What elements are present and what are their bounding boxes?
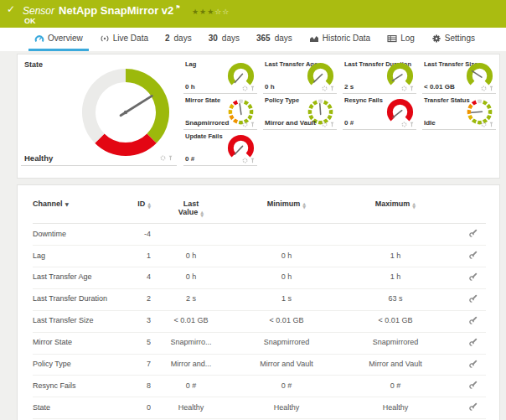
gear-icon[interactable] <box>322 86 328 91</box>
channel-name: Last Transfer Size <box>33 310 121 332</box>
channel-id: 5 <box>121 332 151 354</box>
gauge-tile-last-transfer-size[interactable]: Last Transfer Size < 0.01 GB <box>422 59 496 94</box>
tab-live-data[interactable]: Live Data <box>94 28 154 51</box>
channel-settings-wrench-icon[interactable] <box>469 338 478 349</box>
tab-bar: Overview Live Data 2days 30days 365days … <box>0 28 506 51</box>
channel-settings-wrench-icon[interactable] <box>469 316 478 327</box>
gauge-tile-mirror-state[interactable]: Mirror State Snapmirrored <box>183 95 257 130</box>
channel-last-value: 0 # <box>151 376 231 397</box>
tab-30-days[interactable]: 30days <box>203 28 245 51</box>
gauge-tile-update-fails[interactable]: Update Fails 0 # <box>183 131 257 166</box>
channel-id: -4 <box>121 224 151 246</box>
channel-minimum: 0 h <box>231 246 342 267</box>
column-header-last-value[interactable]: LastValue▲▼ <box>151 195 231 224</box>
tab-overview[interactable]: Overview <box>28 28 89 51</box>
channel-id: 2 <box>121 288 151 310</box>
column-header-maximum[interactable]: Maximum▲▼ <box>342 195 449 224</box>
channel-settings-wrench-icon[interactable] <box>469 402 478 413</box>
gear-icon[interactable] <box>322 122 328 127</box>
channel-settings-wrench-icon[interactable] <box>469 272 478 283</box>
column-header-id[interactable]: ID▲▼ <box>121 195 151 224</box>
pin-icon[interactable] <box>409 86 415 91</box>
gear-icon[interactable] <box>242 122 248 127</box>
gauge-value: 0 # <box>185 155 194 163</box>
channel-last-value: Healthy <box>151 397 231 419</box>
gear-icon[interactable] <box>481 86 487 91</box>
gauge-value: Healthy <box>24 153 53 163</box>
pin-icon[interactable] <box>250 122 256 127</box>
gear-icon[interactable] <box>481 122 487 127</box>
gauge-value: < 0.01 GB <box>424 83 455 91</box>
stars-filled[interactable]: ★★★ <box>192 8 214 16</box>
channel-table-panel: Channel▼ ID▲▼ LastValue▲▼ Minimum▲▼ Maxi… <box>17 184 500 420</box>
stars-empty[interactable]: ☆☆ <box>214 8 230 16</box>
channel-id: 4 <box>121 267 151 288</box>
channel-settings-wrench-icon[interactable] <box>469 381 478 391</box>
channel-settings-wrench-icon[interactable] <box>469 251 478 262</box>
channel-id: 3 <box>121 310 151 332</box>
channel-maximum <box>342 224 449 246</box>
pin-icon[interactable] <box>250 158 256 163</box>
sensor-status-text: OK <box>24 17 36 25</box>
gauge-label: Lag <box>185 60 196 68</box>
column-header-channel[interactable]: Channel▼ <box>33 195 121 224</box>
table-row: Last Transfer Age 4 0 h 0 h 1 h <box>33 267 486 288</box>
channel-table: Channel▼ ID▲▼ LastValue▲▼ Minimum▲▼ Maxi… <box>33 195 486 420</box>
gauge-label: Update Fails <box>185 132 223 140</box>
tab-historic-data[interactable]: Historic Data <box>303 28 376 51</box>
historic-data-icon <box>309 34 319 44</box>
tab-2-days[interactable]: 2days <box>159 28 198 51</box>
channel-name: Last Transfer Duration <box>33 288 121 310</box>
channel-settings-wrench-icon[interactable] <box>469 294 478 305</box>
sensor-header: ✓ SensorNetApp SnapMirror v2⚑ ★★★☆☆ OK <box>0 0 506 28</box>
pin-icon[interactable] <box>488 122 494 127</box>
gear-icon[interactable] <box>242 158 248 163</box>
gauge-label: Mirror State <box>185 96 220 104</box>
channel-settings-wrench-icon[interactable] <box>469 360 478 371</box>
gear-icon[interactable] <box>401 122 407 127</box>
channel-last-value: Mirror and... <box>151 354 231 376</box>
channel-name: Policy Type <box>33 354 121 376</box>
gauge-value: 0 h <box>265 83 275 91</box>
channel-settings-wrench-icon[interactable] <box>469 229 478 240</box>
channel-maximum: 63 s <box>342 288 449 310</box>
tab-log[interactable]: Log <box>381 28 421 51</box>
channel-minimum: Snapmirrored <box>231 332 342 354</box>
gear-icon[interactable] <box>160 155 166 161</box>
channel-name: Mirror State <box>33 332 121 354</box>
gauge-tile-last-transfer-duration[interactable]: Last Transfer Duration 2 s <box>343 59 416 94</box>
tab-365-days[interactable]: 365days <box>250 28 298 51</box>
table-row: Resync Fails 8 0 # 0 # 0 # <box>33 376 486 397</box>
channel-minimum: 0 # <box>231 376 342 397</box>
pin-icon[interactable] <box>488 86 494 91</box>
column-header-minimum[interactable]: Minimum▲▼ <box>231 195 342 224</box>
gauge-tile-state[interactable]: State Healthy <box>21 59 177 166</box>
pin-icon[interactable] <box>329 122 335 127</box>
gauge-tile-resync-fails[interactable]: Resync Fails 0 # <box>343 95 416 130</box>
channel-table-body: Downtime -4 Lag 1 0 h 0 h 1 h Last Trans… <box>33 224 486 420</box>
pin-icon[interactable] <box>250 86 256 91</box>
table-row: Downtime -4 <box>33 224 486 246</box>
channel-minimum: Mirror and Vault <box>231 354 342 376</box>
channel-last-value <box>151 224 231 246</box>
pin-icon[interactable] <box>409 122 415 127</box>
gauge-tile-lag[interactable]: Lag 0 h <box>183 59 257 94</box>
gauge-label: Policy Type <box>265 96 299 104</box>
gauge-value: 2 s <box>344 83 354 91</box>
channel-name: State <box>33 397 121 419</box>
priority-stars[interactable]: ★★★☆☆ <box>192 8 230 16</box>
gauge-value: 0 # <box>344 119 354 127</box>
gear-icon[interactable] <box>401 86 407 91</box>
channel-last-value: 0 h <box>151 267 231 288</box>
channel-minimum: 1 s <box>231 288 342 310</box>
gauge-tile-policy-type[interactable]: Policy Type Mirror and Vault <box>263 95 337 130</box>
sort-icon: ▲▼ <box>412 203 416 209</box>
pin-icon[interactable] <box>168 155 173 161</box>
gauge-tile-transfer-status[interactable]: Transfer Status Idle <box>422 95 496 130</box>
gauge-tile-last-transfer-age[interactable]: Last Transfer Age 0 h <box>263 59 337 94</box>
pin-icon[interactable] <box>329 86 335 91</box>
status-ok-check-icon: ✓ <box>7 3 15 15</box>
sort-icon: ▲▼ <box>200 211 204 217</box>
gear-icon[interactable] <box>242 86 248 91</box>
tab-settings[interactable]: Settings <box>426 28 481 51</box>
